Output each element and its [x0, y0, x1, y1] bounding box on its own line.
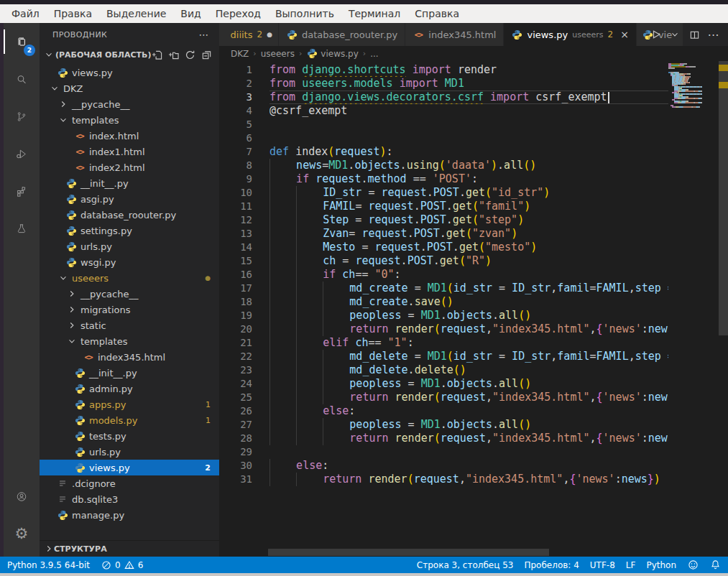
explorer-more-icon[interactable]: ⋯ [199, 29, 209, 40]
menu-item-1[interactable]: Файл [4, 8, 47, 19]
line-number[interactable]: 20 [219, 322, 269, 336]
tree-item-urls-py[interactable]: urls.py [40, 238, 219, 254]
python-interpreter[interactable]: Python 3.9.5 64-bit [7, 560, 90, 570]
minimap[interactable] [668, 63, 719, 108]
code-line[interactable]: 21elif ch== "1": [219, 336, 668, 350]
code-line[interactable]: 4@csrf_exempt [219, 104, 668, 118]
tree-item-settings-py[interactable]: settings.py [40, 223, 219, 238]
eol[interactable]: LF [626, 560, 636, 570]
code-line[interactable]: 17md_create = MD1(id_str = ID_str,famil=… [219, 282, 668, 295]
tab-diiits[interactable]: diiits2● [219, 23, 279, 46]
code-line[interactable]: 14Mesto = request.POST.get("mesto") [219, 241, 668, 254]
run-debug-activity-button[interactable] [4, 135, 40, 172]
line-number[interactable]: 1 [219, 63, 269, 77]
tree-item-index345-html[interactable]: <>index345.html [40, 349, 219, 365]
line-number[interactable]: 19 [219, 309, 269, 322]
collapse-all-icon[interactable] [201, 49, 212, 60]
line-number[interactable]: 21 [219, 336, 269, 350]
line-number[interactable]: 4 [219, 104, 269, 118]
close-icon[interactable]: × [620, 29, 629, 40]
cursor-position[interactable]: Строка 3, столбец 53 [417, 560, 514, 570]
line-number[interactable]: 25 [219, 391, 269, 404]
code-line[interactable]: 9if request.method == 'POST': [219, 172, 668, 186]
tab-database-roouter-py[interactable]: database_roouter.py [279, 23, 405, 46]
refresh-icon[interactable] [184, 49, 195, 60]
menu-item-3[interactable]: Выделение [99, 8, 173, 19]
line-number[interactable]: 22 [219, 350, 269, 363]
new-folder-icon[interactable] [167, 49, 179, 60]
line-number[interactable]: 8 [219, 159, 269, 172]
tab-views-py[interactable]: views.pyuseeers2× [504, 23, 636, 46]
tree-item-migrations[interactable]: migrations [40, 302, 219, 317]
tree-item-wsgi-py[interactable]: wsgi.py [40, 254, 219, 270]
vertical-scrollbar-slider[interactable] [719, 61, 728, 335]
code-line[interactable]: 18md_create.save() [219, 295, 668, 309]
code-line[interactable]: 31return render(request,"index345.html",… [219, 473, 668, 486]
indentation[interactable]: Пробелов: 4 [524, 560, 579, 570]
settings-button[interactable]: ⚙ [4, 515, 40, 552]
code-line[interactable]: 7def index(request): [219, 145, 668, 159]
menu-item-7[interactable]: Терминал [341, 8, 407, 19]
run-button[interactable] [650, 29, 661, 40]
line-number[interactable]: 27 [219, 418, 269, 432]
search-activity-button[interactable] [4, 60, 40, 98]
explorer-activity-button[interactable]: 2 [4, 23, 40, 60]
line-number[interactable]: 10 [219, 186, 269, 200]
tree-item-database-roouter-py[interactable]: database_roouter.py [40, 207, 219, 223]
menu-item-6[interactable]: Выполнить [268, 8, 341, 19]
line-number[interactable]: 7 [219, 145, 269, 159]
feedback[interactable] [687, 559, 699, 571]
chevron-down-button[interactable] [669, 29, 681, 40]
tree-item-views-py[interactable]: views.py [40, 65, 219, 80]
line-number[interactable]: 5 [219, 118, 269, 131]
code-line[interactable]: 20return render(request,"index345.html",… [219, 322, 668, 336]
outline-section-header[interactable]: СТРУКТУРА [40, 540, 219, 557]
line-number[interactable]: 9 [219, 172, 269, 186]
code-line[interactable]: 23md_delete.delete() [219, 363, 668, 377]
code-line[interactable]: 16if ch== "0": [219, 268, 668, 282]
more-icon[interactable]: ⋯ [708, 29, 719, 40]
vertical-scrollbar[interactable] [719, 61, 728, 548]
tree-item-index2-html[interactable]: <>index2.html [40, 159, 219, 175]
tree-item-templates[interactable]: templates [40, 333, 219, 349]
code-line[interactable]: 5 [219, 118, 668, 131]
code-line[interactable]: 25return render(request,"index345.html",… [219, 391, 668, 404]
tree-item-index-html[interactable]: <>index.html [40, 128, 219, 144]
menu-item-5[interactable]: Переход [208, 8, 268, 19]
line-number[interactable]: 31 [219, 473, 269, 486]
problems-indicator[interactable]: 06 [101, 559, 143, 571]
line-number[interactable]: 26 [219, 404, 269, 418]
tree-item-useeers[interactable]: useeers● [40, 270, 219, 286]
menu-item-8[interactable]: Справка [407, 8, 466, 19]
new-file-icon[interactable] [151, 49, 162, 60]
line-number[interactable]: 18 [219, 295, 269, 309]
code-line[interactable]: 6 [219, 131, 668, 145]
line-number[interactable]: 3 [219, 90, 269, 104]
code-line[interactable]: 11FAMIL= request.POST.get("famil") [219, 200, 668, 213]
code-line[interactable]: 22md_delete = MD1(id_str = ID_str,famil=… [219, 350, 668, 363]
tree-item-apps-py[interactable]: apps.py1 [40, 396, 219, 412]
line-number[interactable]: 2 [219, 77, 269, 90]
tree-item-init-py[interactable]: __init__.py [40, 175, 219, 191]
tree-item-urls-py[interactable]: urls.py [40, 444, 219, 460]
code-line[interactable]: 2from useeers.models import MD1 [219, 77, 668, 90]
code-line[interactable]: 28return render(request,"index345.html",… [219, 432, 668, 445]
tree-item-init-py[interactable]: __init__.py [40, 365, 219, 381]
breadcrumb-item-item[interactable]: ... [370, 49, 378, 59]
line-number[interactable]: 23 [219, 363, 269, 377]
line-number[interactable]: 30 [219, 459, 269, 473]
tree-item-static[interactable]: static [40, 317, 219, 333]
code-line[interactable]: 13Zvan= request.POST.get("zvan") [219, 227, 668, 241]
notifications[interactable] [709, 559, 721, 571]
code-line[interactable]: 12Step = request.POST.get("step") [219, 213, 668, 227]
horizontal-scrollbar-slider[interactable] [268, 549, 549, 556]
menu-item-4[interactable]: Вид [173, 8, 208, 19]
line-number[interactable]: 12 [219, 213, 269, 227]
code-line[interactable]: 19peopless = MD1.objects.all() [219, 309, 668, 322]
tree-item-db-sqlite3[interactable]: db.sqlite3 [40, 491, 219, 507]
tree-item-dkz[interactable]: DKZ [40, 80, 219, 96]
workspace-section-header[interactable]: (РАБОЧАЯ ОБЛАСТЬ) ... [40, 46, 219, 63]
tree-item-templates[interactable]: templates [40, 112, 219, 128]
source-control-activity-button[interactable] [4, 98, 40, 135]
line-number[interactable]: 17 [219, 282, 269, 295]
